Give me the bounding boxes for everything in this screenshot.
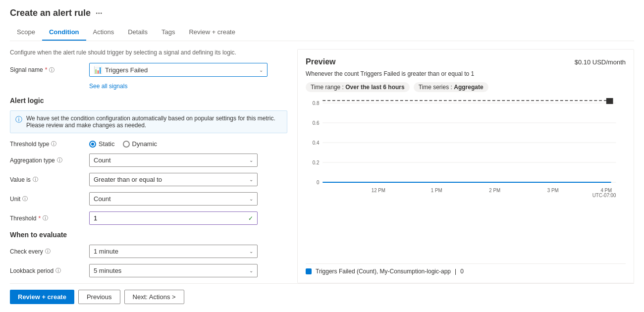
threshold-label: Threshold * ⓘ <box>10 214 89 222</box>
preview-time-series-tag[interactable]: Time series : Aggregate <box>414 82 488 92</box>
threshold-info-icon[interactable]: ⓘ <box>43 214 48 222</box>
time-series-value: Aggregate <box>454 84 483 91</box>
svg-text:12 PM: 12 PM <box>372 188 385 193</box>
signal-name-row: Signal name * ⓘ 📊 Triggers Failed ⌄ <box>10 63 287 77</box>
svg-text:0.4: 0.4 <box>313 140 320 146</box>
aggregation-type-row: Aggregation type ⓘ Count ⌄ <box>10 154 287 167</box>
svg-text:3 PM: 3 PM <box>547 188 559 193</box>
svg-text:0.6: 0.6 <box>313 120 320 126</box>
preview-panel: Preview $0.10 USD/month Whenever the cou… <box>297 49 634 283</box>
svg-text:0: 0 <box>317 180 320 185</box>
lookback-period-dropdown[interactable]: 5 minutes ⌄ <box>89 264 258 277</box>
unit-info-icon[interactable]: ⓘ <box>22 195 28 203</box>
unit-label: Unit ⓘ <box>10 195 89 203</box>
radio-dynamic[interactable]: Dynamic <box>123 140 158 148</box>
preview-header: Preview $0.10 USD/month <box>306 57 626 66</box>
legend-text: Triggers Failed (Count), My-Consumption-… <box>316 268 451 275</box>
signal-name-label: Signal name * ⓘ <box>10 66 89 74</box>
page-title-dots: ··· <box>96 9 102 18</box>
aggregation-type-label: Aggregation type ⓘ <box>10 156 89 164</box>
svg-text:2 PM: 2 PM <box>489 188 500 193</box>
see-all-signals-link[interactable]: See all signals <box>89 83 287 90</box>
lookback-period-chevron-icon: ⌄ <box>249 268 253 273</box>
threshold-type-radio-group: Static Dynamic <box>89 140 157 148</box>
preview-title: Preview <box>306 57 335 66</box>
signal-chart-icon: 📊 <box>94 66 102 74</box>
legend-color-box <box>306 268 312 274</box>
aggregation-type-info-icon[interactable]: ⓘ <box>57 156 62 164</box>
check-every-label: Check every ⓘ <box>10 248 89 255</box>
unit-row: Unit ⓘ Count ⌄ <box>10 192 287 206</box>
signal-name-dropdown[interactable]: 📊 Triggers Failed ⌄ <box>89 63 268 77</box>
legend-value: 0 <box>460 268 464 275</box>
signal-name-info-icon[interactable]: ⓘ <box>49 66 54 74</box>
threshold-type-label: Threshold type ⓘ <box>10 140 89 148</box>
time-range-value: Over the last 6 hours <box>345 84 404 91</box>
chart-area: 0.8 0.6 0.4 0.2 0 <box>306 98 626 259</box>
aggregation-type-chevron-icon: ⌄ <box>249 157 253 163</box>
preview-tags: Time range : Over the last 6 hours Time … <box>306 82 626 92</box>
value-is-dropdown[interactable]: Greater than or equal to ⌄ <box>89 173 258 186</box>
lookback-period-label: Lookback period ⓘ <box>10 267 89 274</box>
next-actions-button[interactable]: Next: Actions > <box>124 290 184 304</box>
threshold-input-container: ✓ <box>89 211 258 225</box>
value-is-info-icon[interactable]: ⓘ <box>33 176 38 183</box>
time-range-label: Time range : <box>311 84 344 91</box>
svg-rect-11 <box>606 98 613 104</box>
threshold-type-info-icon[interactable]: ⓘ <box>51 140 56 148</box>
aggregation-type-dropdown[interactable]: Count ⌄ <box>89 154 258 167</box>
tab-scope[interactable]: Scope <box>10 24 42 41</box>
svg-text:0.8: 0.8 <box>313 101 320 106</box>
info-box: ⓘ We have set the condition configuratio… <box>10 110 287 133</box>
threshold-input[interactable] <box>94 214 248 222</box>
radio-static[interactable]: Static <box>89 140 115 148</box>
lookback-period-info-icon[interactable]: ⓘ <box>55 267 61 274</box>
threshold-check-icon: ✓ <box>248 215 253 222</box>
chart-legend: Triggers Failed (Count), My-Consumption-… <box>306 263 626 275</box>
svg-text:0.2: 0.2 <box>313 160 320 165</box>
check-every-row: Check every ⓘ 1 minute ⌄ <box>10 245 287 258</box>
nav-tabs: Scope Condition Actions Details Tags Rev… <box>10 24 634 41</box>
threshold-row: Threshold * ⓘ ✓ <box>10 211 287 225</box>
radio-static-circle <box>89 141 96 148</box>
value-is-row: Value is ⓘ Greater than or equal to ⌄ <box>10 173 287 186</box>
check-every-chevron-icon: ⌄ <box>249 249 253 254</box>
threshold-type-row: Threshold type ⓘ Static Dynamic <box>10 140 287 148</box>
preview-time-range-tag[interactable]: Time range : Over the last 6 hours <box>306 82 410 92</box>
preview-chart: 0.8 0.6 0.4 0.2 0 <box>306 98 626 197</box>
value-is-chevron-icon: ⌄ <box>249 177 253 182</box>
svg-text:UTC-07:00: UTC-07:00 <box>592 193 616 197</box>
legend-separator: | <box>455 268 456 275</box>
svg-text:1 PM: 1 PM <box>431 188 442 193</box>
lookback-period-row: Lookback period ⓘ 5 minutes ⌄ <box>10 264 287 277</box>
radio-dynamic-circle <box>123 141 130 148</box>
check-every-info-icon[interactable]: ⓘ <box>45 248 51 255</box>
check-every-dropdown[interactable]: 1 minute ⌄ <box>89 245 258 258</box>
info-icon: ⓘ <box>15 115 22 124</box>
tab-review-create[interactable]: Review + create <box>182 24 242 41</box>
footer: Review + create Previous Next: Actions > <box>10 283 634 304</box>
preview-cost: $0.10 USD/month <box>575 58 626 66</box>
tab-condition[interactable]: Condition <box>42 24 86 41</box>
tab-details[interactable]: Details <box>121 24 155 41</box>
alert-logic-title: Alert logic <box>10 97 287 104</box>
time-series-label: Time series : <box>419 84 452 91</box>
configure-text: Configure when the alert rule should tri… <box>10 49 287 56</box>
previous-button[interactable]: Previous <box>78 290 120 304</box>
signal-name-chevron-icon: ⌄ <box>259 67 263 73</box>
unit-chevron-icon: ⌄ <box>249 196 253 202</box>
left-panel: Configure when the alert rule should tri… <box>10 49 287 283</box>
tab-tags[interactable]: Tags <box>155 24 182 41</box>
unit-dropdown[interactable]: Count ⌄ <box>89 192 258 206</box>
review-create-button[interactable]: Review + create <box>10 290 74 304</box>
tab-actions[interactable]: Actions <box>86 24 121 41</box>
value-is-label: Value is ⓘ <box>10 176 89 183</box>
preview-condition-text: Whenever the count Triggers Failed is gr… <box>306 70 626 77</box>
when-to-evaluate-title: When to evaluate <box>10 231 287 239</box>
page-title: Create an alert rule <box>10 8 91 18</box>
